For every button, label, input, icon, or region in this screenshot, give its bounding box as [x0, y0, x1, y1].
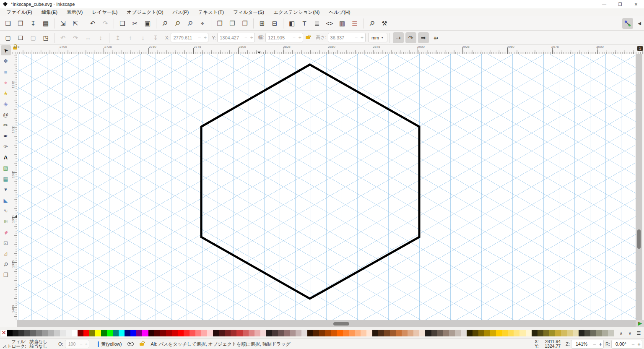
- palette-swatch[interactable]: [519, 330, 525, 336]
- palette-swatch[interactable]: [284, 330, 290, 336]
- layer-lock-icon[interactable]: [140, 343, 144, 346]
- palette-swatch[interactable]: [325, 330, 331, 336]
- export-button[interactable]: ⇱: [70, 18, 81, 29]
- opacity-decrease-button[interactable]: −: [79, 341, 84, 346]
- vertical-ruler[interactable]: 127513001325135013751400: [11, 54, 17, 320]
- clone-button[interactable]: ❐: [227, 18, 238, 29]
- palette-swatch[interactable]: [18, 330, 24, 336]
- raise-button[interactable]: ↑: [125, 32, 136, 43]
- undo-button[interactable]: ↶: [87, 18, 98, 29]
- palette-swatch[interactable]: [66, 330, 72, 336]
- palette-swatch[interactable]: [272, 330, 278, 336]
- palette-swatch[interactable]: [60, 330, 66, 336]
- palette-swatch[interactable]: [89, 330, 95, 336]
- import-button[interactable]: ⇲: [57, 18, 68, 29]
- menu-text[interactable]: テキスト(T): [193, 8, 229, 16]
- horizontal-scrollbar-handle[interactable]: [333, 322, 349, 326]
- print-button[interactable]: ▤: [40, 18, 51, 29]
- palette-swatch[interactable]: [24, 330, 30, 336]
- palette-swatch[interactable]: [378, 330, 384, 336]
- palette-swatch[interactable]: [532, 330, 538, 336]
- vertical-scrollbar[interactable]: [636, 54, 642, 320]
- palette-swatch[interactable]: [419, 330, 425, 336]
- horizontal-ruler[interactable]: 1 67527002725275027752800282528502875290…: [11, 44, 644, 54]
- zoom-drawing-button[interactable]: ⚲: [172, 18, 183, 29]
- palette-swatch[interactable]: [343, 330, 349, 336]
- flip-horizontal-button[interactable]: ↔: [83, 32, 93, 43]
- palette-swatch[interactable]: [101, 330, 107, 336]
- snapbar-collapse-button[interactable]: ◀: [636, 18, 643, 29]
- palette-swatch[interactable]: [178, 330, 184, 336]
- palette-swatch[interactable]: [7, 330, 13, 336]
- maximize-button[interactable]: ❐: [612, 0, 628, 8]
- palette-swatch[interactable]: [219, 330, 225, 336]
- select-all-layers-button[interactable]: ❏: [15, 32, 26, 43]
- opacity-spinner[interactable]: 100 − +: [65, 340, 89, 348]
- menu-filters[interactable]: フィルター(S): [229, 8, 269, 16]
- width-field-decrease-button[interactable]: −: [291, 35, 297, 41]
- new-document-button[interactable]: ❏: [3, 18, 13, 29]
- palette-swatch[interactable]: [602, 330, 608, 336]
- x-field-increase-button[interactable]: +: [202, 35, 208, 41]
- mesh-tool[interactable]: ▦: [1, 174, 11, 184]
- find-button[interactable]: ⚲: [366, 18, 377, 29]
- ungroup-button[interactable]: ⊟: [269, 18, 280, 29]
- save-button[interactable]: ↧: [28, 18, 39, 29]
- palette-swatch[interactable]: [148, 330, 154, 336]
- paste-button[interactable]: ▣: [142, 18, 153, 29]
- palette-swatch[interactable]: [207, 330, 213, 336]
- palette-swatch[interactable]: [319, 330, 325, 336]
- palette-swatch[interactable]: [590, 330, 596, 336]
- palette-swatch[interactable]: [449, 330, 455, 336]
- palette-swatch[interactable]: [425, 330, 431, 336]
- lock-ratio-icon[interactable]: [306, 36, 310, 39]
- unlink-clone-button[interactable]: ❐: [239, 18, 250, 29]
- xml-editor-button[interactable]: <>: [324, 18, 335, 29]
- unit-select[interactable]: mm▼: [368, 33, 387, 42]
- palette-swatch[interactable]: [396, 330, 402, 336]
- palette-swatch[interactable]: [402, 330, 408, 336]
- palette-swatch[interactable]: [484, 330, 490, 336]
- move-patterns-toggle-button[interactable]: ⇻: [431, 32, 441, 43]
- menu-path[interactable]: パス(P): [168, 8, 194, 16]
- palette-swatch[interactable]: [478, 330, 484, 336]
- palette-menu-button[interactable]: ☰: [634, 331, 643, 336]
- palette-swatch[interactable]: [42, 330, 48, 336]
- rotation-decrease-button[interactable]: −: [630, 341, 636, 347]
- palette-scroll-down-button[interactable]: ∨: [626, 331, 634, 336]
- close-button[interactable]: ✕: [628, 0, 644, 8]
- height-field[interactable]: 36.337−+: [328, 33, 366, 42]
- height-field-increase-button[interactable]: +: [359, 35, 365, 41]
- selector-tool[interactable]: ➤: [1, 45, 11, 55]
- palette-swatch[interactable]: [361, 330, 366, 336]
- copy-button[interactable]: ❑: [117, 18, 128, 29]
- palette-swatch[interactable]: [384, 330, 390, 336]
- node-tool[interactable]: ❖: [1, 56, 11, 66]
- palette-swatch[interactable]: [349, 330, 355, 336]
- palette-swatch[interactable]: [225, 330, 231, 336]
- move-gradients-toggle-button[interactable]: ⇒: [418, 32, 429, 43]
- palette-swatch[interactable]: [526, 330, 532, 336]
- y-field-decrease-button[interactable]: −: [243, 35, 249, 41]
- palette-swatch[interactable]: [231, 330, 236, 336]
- palette-swatch[interactable]: [543, 330, 549, 336]
- rotation-spinner[interactable]: 0.00° − +: [611, 340, 642, 349]
- star-tool[interactable]: ★: [1, 88, 11, 98]
- zoom-increase-button[interactable]: +: [597, 341, 603, 347]
- box3d-tool[interactable]: ◈: [1, 99, 11, 109]
- palette-swatch[interactable]: [596, 330, 602, 336]
- palette-scroll-up-button[interactable]: ∧: [617, 331, 626, 336]
- palette-swatch[interactable]: [331, 330, 337, 336]
- palette-swatch[interactable]: [236, 330, 242, 336]
- x-field[interactable]: 2779.611−+: [171, 33, 208, 42]
- palette-swatch[interactable]: [107, 330, 113, 336]
- redo-button[interactable]: ↷: [100, 18, 111, 29]
- palette-swatch[interactable]: [437, 330, 443, 336]
- palette-swatch[interactable]: [260, 330, 266, 336]
- width-field-increase-button[interactable]: +: [297, 35, 303, 41]
- palette-swatch[interactable]: [249, 330, 254, 336]
- cut-button[interactable]: ✂: [130, 18, 140, 29]
- palette-swatch[interactable]: [502, 330, 508, 336]
- palette-swatch[interactable]: [555, 330, 561, 336]
- palette-swatch[interactable]: [113, 330, 119, 336]
